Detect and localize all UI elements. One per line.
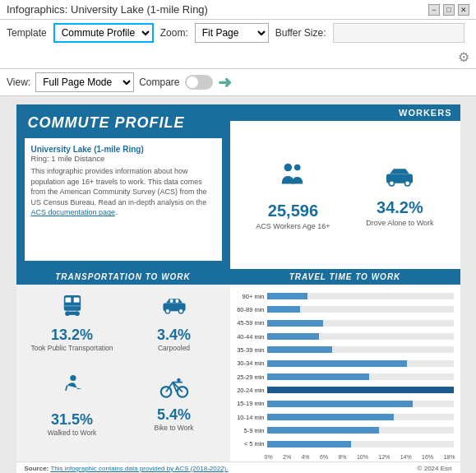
svg-point-0 (284, 163, 293, 171)
svg-point-16 (175, 299, 178, 303)
svg-rect-10 (67, 312, 76, 315)
view-label: View: (7, 77, 30, 88)
bar-track (267, 346, 454, 353)
x-axis-label: 0% (265, 454, 273, 460)
info-top: COMMUTE PROFILE University Lake (1-mile … (16, 104, 460, 269)
bar-label: 90+ min (235, 293, 265, 300)
workers-panel: WORKERS 25,596 (230, 104, 460, 269)
gear-icon[interactable]: ⚙ (458, 49, 469, 65)
worker-value-1: 34.2% (366, 198, 433, 217)
minimize-button[interactable]: − (428, 4, 440, 16)
svg-rect-7 (73, 298, 79, 303)
infographic: COMMUTE PROFILE University Lake (1-mile … (16, 104, 460, 473)
template-select[interactable]: Commute Profile (53, 23, 154, 43)
infographic-title: COMMUTE PROFILE (16, 104, 230, 138)
svg-rect-6 (65, 298, 71, 303)
bar-fill (267, 401, 413, 407)
bar-fill (267, 320, 323, 327)
bar-row: 20-24 min (235, 387, 454, 394)
x-axis-label: 12% (378, 454, 390, 460)
bar-row: 60-89 min (235, 306, 454, 313)
window-controls: − □ ✕ (428, 4, 469, 16)
bar-label: 45-59 min (235, 319, 265, 327)
svg-point-4 (405, 180, 410, 185)
bar-label: 30-34 min (235, 359, 265, 367)
toolbar-row2: View: Full Page Mode Compare ➜ (0, 69, 476, 96)
bar-fill (267, 373, 370, 380)
x-axis-label: 14% (400, 454, 412, 460)
acs-link[interactable]: ACS documentation page (31, 208, 116, 216)
svg-point-13 (165, 308, 169, 313)
bar-fill (267, 360, 407, 367)
svg-point-17 (70, 374, 76, 380)
bar-label: 5-9 min (235, 427, 265, 434)
transport-value-0: 13.2% (23, 327, 122, 344)
description-box: University Lake (1-mile Ring) Ring: 1 mi… (25, 138, 222, 261)
bar-fill (267, 306, 301, 313)
bar-track (267, 427, 454, 434)
bar-row: 45-59 min (235, 319, 454, 327)
restore-button[interactable]: □ (443, 4, 455, 16)
transport-grid: 13.2% Took Public Transportation (16, 285, 230, 461)
transport-label-0: Took Public Transportation (23, 344, 122, 352)
bar-row: 30-34 min (235, 359, 454, 367)
workers-header: WORKERS (230, 104, 460, 121)
close-button[interactable]: ✕ (458, 4, 469, 16)
bus-icon (23, 291, 122, 325)
x-axis-label: 4% (301, 454, 309, 460)
footer-source: Source: This infographic contains data p… (25, 465, 229, 472)
bike-icon (125, 374, 224, 405)
compare-label: Compare (139, 77, 179, 88)
transport-label-1: Carpooled (125, 344, 224, 352)
workers-stats: 25,596 ACS Workers Age 16+ (230, 121, 460, 269)
bar-track (267, 401, 454, 407)
svg-point-21 (177, 378, 181, 382)
bar-fill (267, 293, 308, 299)
zoom-select[interactable]: Fit Page (195, 23, 269, 43)
bar-track (267, 387, 454, 393)
worker-label-0: ACS Workers Age 16+ (256, 222, 330, 230)
carpool-icon (125, 291, 224, 325)
transport-label-2: Walked to Work (23, 429, 122, 437)
footer-esri: © 2024 Esri (418, 465, 452, 472)
x-axis-label: 16% (422, 454, 433, 460)
svg-line-18 (65, 385, 67, 390)
infographic-area: COMMUTE PROFILE University Lake (1-mile … (0, 96, 476, 473)
bar-label: < 5 min (235, 440, 265, 447)
bar-row: 5-9 min (235, 427, 454, 434)
bar-track (267, 306, 454, 313)
svg-point-3 (390, 180, 395, 185)
svg-rect-11 (63, 305, 80, 307)
bar-label: 10-14 min (235, 414, 265, 421)
bar-fill (267, 346, 332, 353)
view-select[interactable]: Full Page Mode (35, 72, 134, 92)
bar-fill (267, 414, 394, 420)
buffer-label: Buffer Size: (275, 27, 326, 39)
bar-fill (267, 441, 351, 447)
compare-toggle[interactable] (185, 75, 213, 90)
source-link[interactable]: This infographic contains data provided … (50, 465, 228, 472)
bar-row: < 5 min (235, 440, 454, 447)
bar-row: 15-19 min (235, 400, 454, 407)
toggle-knob (187, 77, 198, 88)
x-axis-label: 18% (443, 454, 455, 460)
bar-label: 15-19 min (235, 400, 265, 407)
bar-label: 60-89 min (235, 306, 265, 313)
template-label: Template (7, 27, 47, 39)
bar-label: 40-44 min (235, 333, 265, 341)
transport-panel: TRANSPORTATION TO WORK (16, 269, 230, 461)
worker-stat-1: 34.2% Drove Alone to Work (366, 164, 433, 227)
x-axis-label: 10% (357, 454, 368, 460)
x-axis-label: 6% (320, 454, 328, 460)
worker-value-0: 25,596 (256, 202, 330, 220)
svg-point-14 (178, 308, 183, 313)
transport-item-1: 3.4% Carpooled (125, 291, 224, 371)
transport-item-3: 5.4% Bike to Work (125, 374, 224, 456)
x-axis: 0%2%4%6%8%10%12%14%16%18% (230, 454, 460, 460)
svg-point-15 (169, 299, 173, 303)
navigate-arrow[interactable]: ➜ (218, 72, 232, 92)
window-title: Infographics: University Lake (1-mile Ri… (7, 3, 208, 16)
description-text: This infographic provides information ab… (31, 166, 215, 218)
bar-fill (267, 427, 379, 434)
bar-track (267, 373, 454, 380)
